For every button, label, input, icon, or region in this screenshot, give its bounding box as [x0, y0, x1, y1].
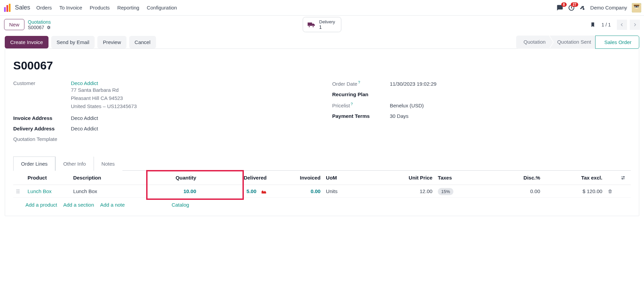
activities-button[interactable]: 27 [568, 4, 575, 11]
col-uom[interactable]: UoM [323, 171, 360, 185]
svg-point-10 [622, 178, 623, 179]
top-nav: Sales Orders To Invoice Products Reporti… [0, 0, 644, 16]
line-description[interactable]: Lunch Box [71, 185, 153, 198]
form-right-column: Order Date? 11/30/2023 19:02:29 Recurrin… [332, 80, 631, 147]
status-quotation-sent[interactable]: Quotation Sent [550, 36, 599, 49]
line-unit-price[interactable]: 12.00 [360, 185, 435, 198]
messages-button[interactable]: 8 [557, 4, 563, 11]
gear-icon [46, 25, 51, 30]
add-product-link[interactable]: Add a product [25, 202, 57, 208]
delete-line-button[interactable] [605, 185, 618, 198]
col-product[interactable]: Product [25, 171, 70, 185]
breadcrumb-parent[interactable]: Quotations [28, 19, 51, 25]
delivery-address-value[interactable]: Deco Addict [71, 126, 312, 131]
add-section-link[interactable]: Add a section [63, 202, 94, 208]
status-quotation[interactable]: Quotation [516, 36, 553, 49]
line-delivered[interactable]: 5.00 [247, 188, 256, 194]
chevron-left-icon [620, 23, 624, 27]
new-button[interactable]: New [4, 19, 24, 30]
svg-point-5 [637, 6, 638, 7]
order-title: S00067 [13, 59, 631, 72]
drag-handle[interactable] [13, 185, 25, 198]
svg-point-7 [308, 26, 310, 27]
recurring-plan-label: Recurring Plan [332, 91, 390, 97]
bookmark-icon [590, 22, 596, 28]
form-left-column: Customer Deco Addict 77 Santa Barbara Rd… [13, 80, 312, 147]
invoice-address-label: Invoice Address [13, 115, 71, 121]
quotation-template-label: Quotation Template [13, 136, 71, 142]
forecast-button[interactable] [261, 189, 267, 194]
address-line-1: 77 Santa Barbara Rd [71, 86, 312, 94]
nav-orders[interactable]: Orders [36, 5, 52, 11]
col-quantity[interactable]: Quantity [153, 171, 199, 185]
nav-to-invoice[interactable]: To Invoice [59, 5, 82, 11]
delivery-smart-button[interactable]: Delivery 1 [303, 17, 341, 32]
col-delivered[interactable]: Delivered [199, 171, 269, 185]
col-unit-price[interactable]: Unit Price [360, 171, 435, 185]
line-product[interactable]: Lunch Box [27, 188, 52, 194]
company-selector[interactable]: Demo Company [590, 5, 627, 11]
nav-reporting[interactable]: Reporting [117, 5, 139, 11]
svg-rect-6 [634, 5, 639, 6]
user-avatar[interactable] [632, 3, 641, 13]
send-email-button[interactable]: Send by Email [51, 36, 95, 48]
line-tax-pill[interactable]: 15% [438, 188, 453, 195]
pager-prev-button[interactable] [617, 20, 627, 30]
app-name[interactable]: Sales [15, 4, 30, 11]
svg-point-9 [623, 176, 624, 177]
gear-button[interactable] [46, 25, 51, 30]
tab-order-lines[interactable]: Order Lines [13, 156, 55, 171]
payment-terms-value[interactable]: 30 Days [390, 113, 631, 119]
breadcrumb-current: S00067 [28, 25, 44, 30]
add-note-link[interactable]: Add a note [100, 202, 125, 208]
customer-label: Customer [13, 80, 71, 86]
line-uom[interactable]: Units [323, 185, 360, 198]
tab-other-info[interactable]: Other Info [55, 156, 94, 171]
address-line-3: United States – US12345673 [71, 102, 312, 110]
help-icon[interactable]: ? [358, 80, 360, 84]
delivery-label: Delivery [319, 19, 335, 24]
status-bar: Quotation Quotation Sent Sales Order [516, 36, 639, 49]
breadcrumb: Quotations S00067 [28, 19, 51, 30]
svg-point-11 [17, 189, 18, 190]
col-invoiced[interactable]: Invoiced [269, 171, 323, 185]
columns-config-button[interactable] [620, 175, 628, 181]
col-description[interactable]: Description [71, 171, 153, 185]
line-disc[interactable]: 0.00 [472, 185, 543, 198]
tab-notes[interactable]: Notes [94, 156, 122, 171]
order-lines-panel: Product Description Quantity Delivered I… [13, 171, 631, 198]
create-invoice-button[interactable]: Create Invoice [5, 36, 48, 48]
bookmark-button[interactable] [590, 22, 596, 28]
nav-configuration[interactable]: Configuration [147, 5, 177, 11]
pager-next-button[interactable] [630, 20, 640, 30]
line-quantity[interactable]: 10.00 [183, 188, 196, 194]
preview-button[interactable]: Preview [97, 36, 126, 48]
nav-products[interactable]: Products [90, 5, 110, 11]
area-chart-icon [261, 189, 267, 194]
order-date-value[interactable]: 11/30/2023 19:02:29 [390, 81, 631, 87]
cancel-button[interactable]: Cancel [129, 36, 156, 48]
order-lines-table: Product Description Quantity Delivered I… [13, 171, 631, 198]
svg-point-15 [17, 192, 18, 193]
status-sales-order[interactable]: Sales Order [595, 36, 639, 49]
order-line-row[interactable]: Lunch Box Lunch Box 10.00 5.00 0.00 Unit… [13, 185, 631, 198]
col-tax-excl[interactable]: Tax excl. [543, 171, 605, 185]
delivery-count: 1 [319, 24, 335, 30]
col-disc[interactable]: Disc.% [472, 171, 543, 185]
pricelist-label: Pricelist? [332, 102, 390, 108]
line-invoiced[interactable]: 0.00 [311, 188, 320, 194]
pager-text[interactable]: 1 / 1 [602, 22, 611, 27]
invoice-address-value[interactable]: Deco Addict [71, 115, 312, 121]
customer-link[interactable]: Deco Addict [71, 80, 98, 86]
order-date-label: Order Date? [332, 80, 390, 87]
pricelist-value[interactable]: Benelux (USD) [390, 103, 631, 108]
catalog-link[interactable]: Catalog [172, 202, 189, 208]
line-tax-excl: $ 120.00 [543, 185, 605, 198]
tools-icon [580, 5, 586, 11]
svg-point-8 [312, 26, 314, 27]
col-taxes[interactable]: Taxes [435, 171, 472, 185]
debug-button[interactable] [580, 5, 586, 11]
help-icon[interactable]: ? [351, 102, 353, 106]
messages-badge: 8 [561, 2, 567, 7]
app-logo-icon [4, 4, 12, 12]
